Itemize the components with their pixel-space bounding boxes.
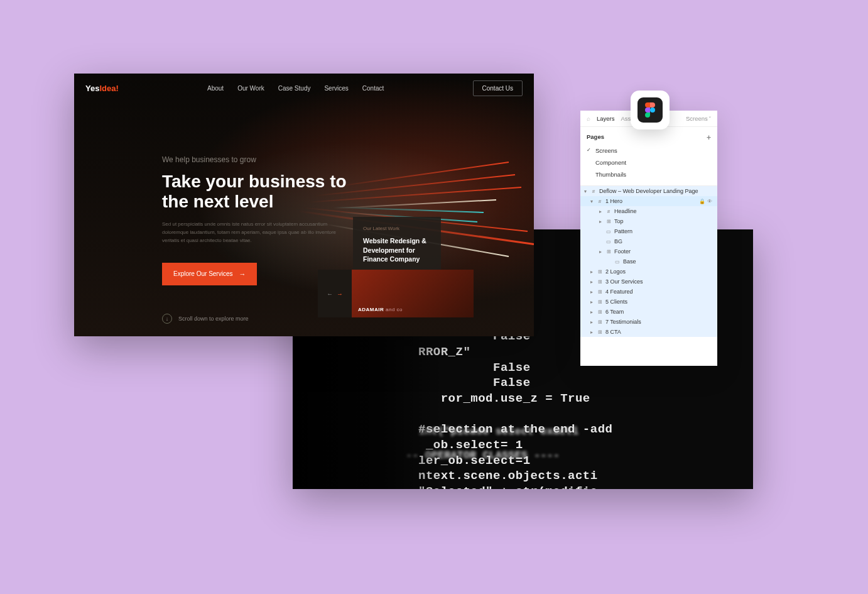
website-mockup: YesIdea! About Our Work Case Study Servi… [74,74,534,336]
layer-row[interactable]: ▸⊞Footer [580,246,717,256]
layer-name: 3 Our Services [605,278,712,285]
layer-type-icon: ▭ [605,239,612,245]
cta-label: Explore Our Services [173,270,232,277]
work-card-eyebrow: Our Latest Work [363,226,431,231]
layer-row[interactable]: ▸⊞Top [580,216,717,226]
frame-header[interactable]: ▾ # Deflow – Web Developer Landing Page [580,186,717,196]
contact-us-button[interactable]: Contact Us [473,80,523,96]
tab-layers[interactable]: Layers [597,115,615,122]
page-selector[interactable]: Screens ˇ [686,115,711,122]
layer-row[interactable]: ▸#Headline [580,206,717,216]
latest-work-card[interactable]: Our Latest Work Website Redesign & Devel… [353,217,441,277]
nav-contact[interactable]: Contact [362,85,384,92]
layer-type-icon: ⊞ [597,319,603,325]
figma-app-icon [631,91,670,129]
scroll-hint[interactable]: ↓ Scroll down to explore more [162,314,249,324]
explore-services-button[interactable]: Explore Our Services → [162,263,257,285]
hero-body: Sed ut perspiciatis unde omnis iste natu… [162,221,338,245]
layer-name: 6 Team [605,309,712,315]
layer-row[interactable]: ▸⊞6 Team [580,307,717,317]
logo-part-1: Yes [85,84,99,93]
logo-part-2: Idea! [99,84,118,93]
thumb-next-icon[interactable]: → [337,290,343,297]
visibility-icon[interactable]: 👁 [707,199,712,204]
page-item-component[interactable]: Component [587,157,711,168]
layer-row[interactable]: ▭Base [580,256,717,267]
nav-our-work[interactable]: Our Work [237,85,264,92]
layer-row[interactable]: ▸⊞8 CTA [580,327,717,337]
chevron-icon[interactable]: ▸ [589,299,594,305]
layer-type-icon: ⊞ [597,299,603,305]
layer-name: Headline [614,208,712,214]
chevron-icon[interactable]: ▸ [598,249,603,255]
nav-about[interactable]: About [207,85,224,92]
layer-type-icon: ▭ [605,229,612,234]
pages-section: Pages + Screens Component Thumbnails [580,127,717,186]
page-item-thumbnails[interactable]: Thumbnails [587,168,711,180]
layer-name: Pattern [614,228,712,234]
frame-name: Deflow – Web Developer Landing Page [599,188,712,194]
layer-type-icon: ⊞ [597,329,603,335]
layer-row[interactable]: ▭BG [580,236,717,246]
layers-tree: ▾ # Deflow – Web Developer Landing Page … [580,186,717,337]
layer-name: BG [614,238,712,245]
chevron-icon[interactable]: ▸ [589,269,594,275]
hero-eyebrow: We help businesses to grow [162,155,363,164]
page-item-screens[interactable]: Screens [587,145,711,157]
figma-icon [645,102,655,118]
website-nav: About Our Work Case Study Services Conta… [207,85,384,92]
layer-row[interactable]: ▾#1 Hero🔒👁 [580,196,717,206]
figma-layers-panel: ⌕ Layers Assets Screens ˇ Pages + Screen… [580,111,717,366]
layer-row[interactable]: ▸⊞5 Clients [580,297,717,307]
layer-name: Footer [614,248,712,255]
layer-row[interactable]: ▸⊞4 Featured [580,287,717,297]
layer-row[interactable]: ▸⊞3 Our Services [580,277,717,287]
lock-icon[interactable]: 🔒 [699,199,705,204]
layer-name: 8 CTA [605,329,712,335]
chevron-icon[interactable]: ▸ [589,309,594,315]
chevron-down-icon[interactable]: ▾ [583,189,588,194]
chevron-icon[interactable]: ▸ [589,319,594,325]
chevron-icon[interactable]: ▾ [589,199,594,204]
layer-type-icon: # [605,209,612,214]
chevron-icon[interactable]: ▸ [589,279,594,285]
arrow-right-icon: → [239,270,246,278]
search-icon[interactable]: ⌕ [587,115,590,122]
layer-type-icon: ⊞ [597,309,603,315]
pages-title: Pages [587,133,604,142]
pages-header: Pages + [587,131,711,145]
chevron-icon[interactable]: ▸ [589,329,594,335]
frame-icon: # [590,189,597,194]
website-header: YesIdea! About Our Work Case Study Servi… [74,74,534,102]
hero-headline: Take your business to the next level [162,172,363,212]
chevron-down-icon: ˇ [709,115,711,122]
nav-case-study[interactable]: Case Study [278,85,311,92]
layer-type-icon: # [597,199,603,204]
layer-name: 7 Testimonials [605,319,712,325]
layer-row[interactable]: ▸⊞7 Testimonials [580,317,717,327]
layer-name: 4 Featured [605,289,712,295]
nav-services[interactable]: Services [324,85,348,92]
layer-type-icon: ⊞ [597,289,603,295]
work-card-title: Website Redesign & Development for Finan… [363,236,431,264]
chevron-icon[interactable]: ▸ [598,219,603,224]
layer-name: Top [614,218,712,224]
thumb-prev-icon[interactable]: ← [327,290,333,297]
thumb-image[interactable]: ADAMAIR and co [352,270,474,317]
chevron-icon[interactable]: ▸ [598,209,603,214]
thumb-brand: ADAMAIR and co [358,307,403,312]
work-thumbnail: ← → ADAMAIR and co [318,270,474,317]
layer-name: 1 Hero [605,198,697,204]
layer-row[interactable]: ▸⊞2 Logos [580,267,717,277]
layer-name: Base [623,258,712,265]
layer-row[interactable]: ▭Pattern [580,226,717,236]
layer-name: 2 Logos [605,268,712,275]
website-logo[interactable]: YesIdea! [85,84,119,93]
figma-logo-tile [637,97,663,123]
scroll-hint-label: Scroll down to explore more [178,316,249,322]
layer-type-icon: ⊞ [605,249,612,255]
layer-name: 5 Clients [605,299,712,305]
chevron-icon[interactable]: ▸ [589,289,594,295]
add-page-icon[interactable]: + [707,133,711,142]
layer-type-icon: ▭ [614,259,621,265]
